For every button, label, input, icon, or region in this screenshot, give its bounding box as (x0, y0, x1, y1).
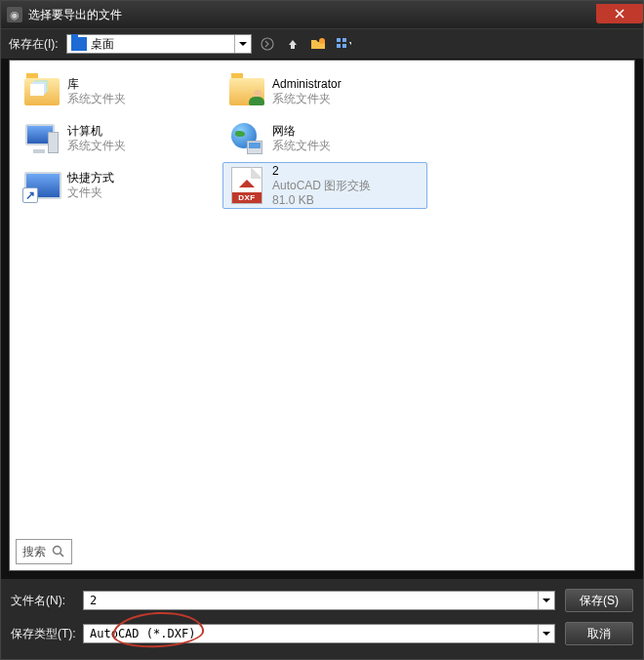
list-item[interactable]: Administrator系统文件夹 (222, 68, 427, 115)
cancel-button[interactable]: 取消 (565, 622, 633, 645)
titlebar[interactable]: ◉ 选择要导出的文件 (1, 1, 643, 28)
search-button[interactable]: 搜索 (16, 539, 72, 564)
search-label: 搜索 (22, 544, 46, 560)
filetype-value: AutoCAD (*.DXF) (84, 627, 538, 640)
list-item[interactable]: 网络系统文件夹 (222, 115, 427, 162)
toolbar: 保存在(I): 桌面 (1, 28, 643, 60)
list-item[interactable]: 计算机系统文件夹 (18, 115, 222, 162)
svg-rect-3 (342, 38, 346, 42)
computer-icon (22, 119, 61, 158)
toolbar-icons (260, 36, 351, 52)
filename-label: 文件名(N): (11, 593, 73, 609)
svg-rect-4 (337, 44, 341, 48)
item-size: 81.0 KB (272, 193, 371, 208)
network-icon (227, 119, 266, 158)
filename-row: 文件名(N): 2 保存(S) (11, 589, 633, 612)
export-file-dialog: ◉ 选择要导出的文件 保存在(I): 桌面 库系统文件夹 (0, 0, 644, 660)
filename-input[interactable]: 2 (83, 591, 555, 610)
system-buttons (596, 7, 643, 23)
shortcut-folder-icon: ↗ (22, 166, 61, 205)
item-name: 库 (67, 77, 126, 92)
libraries-icon (22, 72, 61, 111)
item-name: 2 (272, 164, 371, 179)
list-item-selected[interactable]: DXF 2AutoCAD 图形交换81.0 KB (222, 162, 427, 209)
content-area: 库系统文件夹 Administrator系统文件夹 计算机系统文件夹 网络系统文… (9, 60, 635, 571)
file-list[interactable]: 库系统文件夹 Administrator系统文件夹 计算机系统文件夹 网络系统文… (10, 61, 634, 533)
chevron-down-icon[interactable] (234, 35, 251, 53)
up-one-level-icon[interactable] (285, 36, 301, 52)
item-sub: 系统文件夹 (67, 92, 126, 106)
save-button[interactable]: 保存(S) (565, 589, 633, 612)
filename-value: 2 (84, 594, 538, 607)
item-sub: 系统文件夹 (67, 139, 126, 153)
search-icon (52, 545, 65, 558)
window-title: 选择要导出的文件 (28, 7, 596, 23)
list-item[interactable]: ↗ 快捷方式文件夹 (18, 162, 222, 209)
filetype-row: 保存类型(T): AutoCAD (*.DXF) 取消 (11, 622, 633, 645)
chevron-down-icon[interactable] (538, 592, 554, 609)
svg-rect-5 (342, 44, 346, 48)
item-sub: 系统文件夹 (272, 92, 342, 106)
item-name: 网络 (272, 124, 331, 139)
back-icon[interactable] (260, 36, 275, 52)
new-folder-icon[interactable] (310, 36, 326, 52)
desktop-icon (71, 37, 87, 51)
bottom-panel: 文件名(N): 2 保存(S) 保存类型(T): AutoCAD (*.DXF)… (1, 579, 643, 659)
app-icon: ◉ (7, 7, 22, 22)
filetype-label: 保存类型(T): (11, 626, 73, 642)
item-name: 快捷方式 (67, 171, 114, 186)
svg-point-1 (319, 38, 325, 44)
user-folder-icon (227, 72, 266, 111)
close-button[interactable] (596, 4, 643, 23)
item-sub: 文件夹 (67, 186, 114, 200)
item-sub: AutoCAD 图形交换 (272, 179, 371, 193)
list-item[interactable]: 库系统文件夹 (18, 68, 222, 115)
location-combo[interactable]: 桌面 (66, 34, 252, 54)
search-bar: 搜索 (10, 533, 634, 570)
item-name: Administrator (272, 77, 342, 92)
svg-line-7 (60, 554, 64, 557)
svg-rect-2 (337, 38, 341, 42)
item-name: 计算机 (67, 124, 126, 139)
item-sub: 系统文件夹 (272, 139, 331, 153)
view-menu-icon[interactable] (336, 36, 351, 52)
save-in-label: 保存在(I): (9, 36, 59, 53)
svg-point-6 (54, 547, 61, 555)
svg-point-0 (262, 38, 273, 50)
location-text: 桌面 (91, 36, 234, 53)
filetype-combo[interactable]: AutoCAD (*.DXF) (83, 624, 555, 643)
chevron-down-icon[interactable] (538, 625, 554, 642)
dxf-file-icon: DXF (227, 166, 266, 205)
